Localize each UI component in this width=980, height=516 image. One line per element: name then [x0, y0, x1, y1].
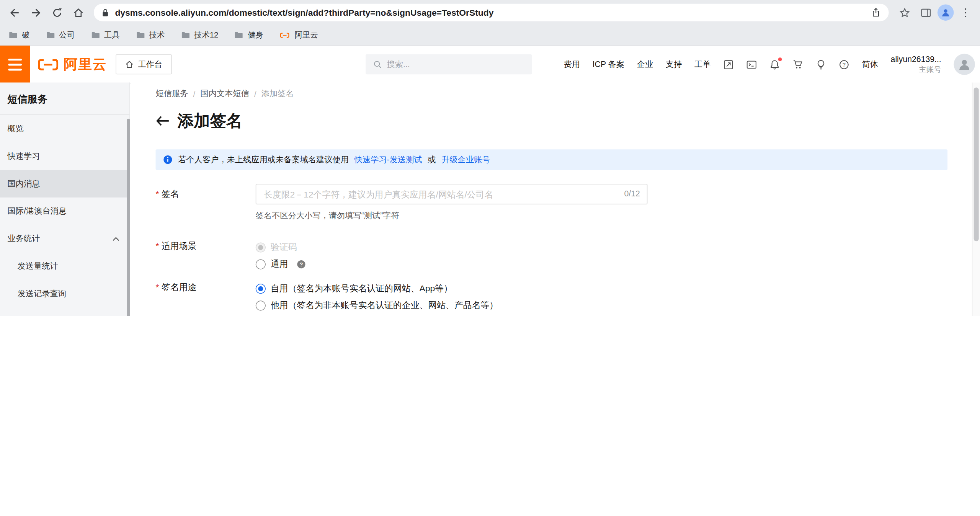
banner-link-upgrade-enterprise[interactable]: 升级企业账号: [441, 154, 490, 165]
workbench-label: 工作台: [138, 59, 163, 70]
cloudshell-button[interactable]: [746, 59, 757, 70]
folder-icon: [46, 31, 55, 39]
page-title-row: 添加签名: [156, 110, 973, 132]
bookmark-folder-company[interactable]: 公司: [46, 30, 75, 41]
breadcrumb-domestic-text-sms[interactable]: 国内文本短信: [200, 88, 249, 99]
language-switcher[interactable]: 简体: [862, 59, 878, 70]
bookmarks-bar: 破 公司 工具 技术 技术12 健身 阿里云: [0, 25, 980, 46]
usage-option-other[interactable]: 他用（签名为非本账号实名认证的企业、网站、产品名等）: [256, 297, 648, 314]
sidebar-scrollbar-thumb[interactable]: [127, 119, 130, 316]
avatar-person-icon: [957, 57, 971, 71]
svg-text:?: ?: [843, 61, 846, 67]
console-search-input[interactable]: 搜索...: [366, 54, 532, 74]
page-scrollbar-track[interactable]: [972, 83, 980, 316]
nav-enterprise[interactable]: 企业: [637, 59, 653, 70]
back-arrow-icon[interactable]: [156, 116, 170, 126]
scene-option-verification-code[interactable]: 验证码: [256, 239, 648, 256]
url-text[interactable]: dysms.console.aliyun.com/domestic/text/s…: [115, 8, 865, 18]
browser-menu-button[interactable]: ⋮: [956, 3, 975, 22]
nav-icp-filing[interactable]: ICP 备案: [593, 59, 624, 70]
product-menu-button[interactable]: [0, 46, 30, 83]
sidebar-item-domestic-messages[interactable]: 国内消息: [0, 170, 129, 198]
radio-disabled-icon: [256, 242, 266, 252]
aliyun-logo[interactable]: 阿里云: [36, 46, 107, 83]
breadcrumb-sms-service[interactable]: 短信服务: [156, 88, 188, 99]
bookmark-folder-po[interactable]: 破: [9, 30, 30, 41]
side-panel-icon: [920, 7, 931, 18]
banner-text-or: 或: [428, 154, 436, 165]
banner-link-quick-learning[interactable]: 快速学习-发送测试: [354, 154, 422, 165]
notifications-button[interactable]: [769, 59, 780, 70]
scene-label: 适用场景: [156, 239, 256, 273]
bookmark-star-button[interactable]: [895, 3, 914, 22]
folder-icon: [235, 31, 243, 39]
bookmark-folder-tech[interactable]: 技术: [136, 30, 165, 41]
home-button[interactable]: [69, 3, 88, 22]
forward-button[interactable]: [26, 3, 45, 22]
radio-unchecked-icon: [256, 259, 266, 269]
suggestions-button[interactable]: [816, 59, 826, 70]
nav-ticket[interactable]: 工单: [694, 59, 710, 70]
help-icon: ?: [839, 59, 849, 70]
bookmark-folder-tools[interactable]: 工具: [91, 30, 120, 41]
page-scrollbar-thumb[interactable]: [974, 88, 979, 242]
help-button[interactable]: ?: [839, 59, 849, 70]
apps-shortcut-button[interactable]: [723, 59, 734, 70]
signature-helper-text: 签名不区分大小写，请勿填写“测试”字符: [256, 210, 648, 221]
folder-icon: [136, 31, 145, 39]
kebab-menu-icon: ⋮: [960, 7, 971, 18]
cart-button[interactable]: [792, 59, 803, 70]
bookmark-folder-fitness[interactable]: 健身: [235, 30, 263, 41]
info-banner: 若个人客户，未上线应用或未备案域名建议使用快速学习-发送测试 或 升级企业账号: [156, 149, 948, 170]
main-content: 短信服务 / 国内文本短信 / 添加签名 添加签名 若个人客户，未上线应用或未备…: [131, 83, 972, 316]
add-signature-form: 签名 0/12 签名不区分大小写，请勿填写“测试”字符 适用场景 验证码: [156, 184, 973, 316]
scene-option-label: 验证码: [271, 242, 297, 253]
sidebar-item-overview[interactable]: 概览: [0, 115, 129, 142]
bookmark-label: 技术: [149, 30, 165, 41]
header-right-cluster: 费用 ICP 备案 企业 支持 工单 ? 简体: [564, 46, 975, 83]
back-icon: [9, 7, 20, 18]
sidebar-item-quick-learning[interactable]: 快速学习: [0, 142, 129, 170]
lock-icon: [102, 8, 109, 17]
side-panel-button[interactable]: [916, 3, 935, 22]
account-info[interactable]: aliyun26139... 主账号: [891, 54, 941, 75]
address-bar[interactable]: dysms.console.aliyun.com/domestic/text/s…: [94, 4, 889, 21]
bookmark-folder-tech12[interactable]: 技术12: [181, 30, 219, 41]
notification-badge-dot: [778, 57, 782, 61]
reload-icon: [52, 7, 62, 18]
nav-billing[interactable]: 费用: [564, 59, 580, 70]
forward-icon: [30, 7, 41, 18]
scene-option-label: 通用: [271, 258, 288, 269]
usage-control: 自用（签名为本账号实名认证的网站、App等） 他用（签名为非本账号实名认证的企业…: [256, 280, 648, 314]
page-title: 添加签名: [178, 110, 243, 132]
share-icon[interactable]: [871, 8, 880, 18]
logo-text: 阿里云: [64, 55, 107, 74]
sidebar-item-send-record-query[interactable]: 发送记录查询: [0, 280, 129, 307]
bookmark-label: 健身: [248, 30, 263, 41]
scene-control: 验证码 通用 ?: [256, 239, 648, 273]
back-button[interactable]: [5, 3, 24, 22]
sidebar-item-sms-log-analysis[interactable]: 短信日志分析: [0, 307, 129, 316]
scene-option-general[interactable]: 通用 ?: [256, 256, 648, 273]
folder-icon: [9, 31, 18, 39]
sidebar-item-intl-messages[interactable]: 国际/港澳台消息: [0, 198, 129, 225]
bookmark-label: 破: [22, 30, 29, 41]
bookmark-label: 技术12: [194, 30, 219, 41]
browser-profile-avatar[interactable]: [938, 4, 954, 20]
nav-support[interactable]: 支持: [666, 59, 682, 70]
app-body: 短信服务 概览 快速学习 国内消息 国际/港澳台消息 业务统计 发送量统计 发送…: [0, 83, 980, 316]
sidebar-group-business-stats[interactable]: 业务统计: [0, 225, 129, 253]
reload-button[interactable]: [47, 3, 66, 22]
usage-option-self[interactable]: 自用（签名为本账号实名认证的网站、App等）: [256, 280, 648, 297]
general-help-icon[interactable]: ?: [297, 260, 306, 268]
signature-input[interactable]: [256, 184, 648, 204]
star-icon: [899, 7, 910, 18]
account-avatar[interactable]: [954, 54, 975, 75]
sidebar-item-send-volume-stats[interactable]: 发送量统计: [0, 253, 129, 280]
sidebar: 短信服务 概览 快速学习 国内消息 国际/港澳台消息 业务统计 发送量统计 发送…: [0, 83, 130, 316]
browser-toolbar: dysms.console.aliyun.com/domestic/text/s…: [0, 0, 980, 25]
workbench-button[interactable]: 工作台: [116, 54, 172, 74]
radio-checked-icon: [256, 283, 266, 293]
usage-option-label: 他用（签名为非本账号实名认证的企业、网站、产品名等）: [271, 300, 498, 311]
bookmark-aliyun[interactable]: 阿里云: [279, 30, 318, 41]
